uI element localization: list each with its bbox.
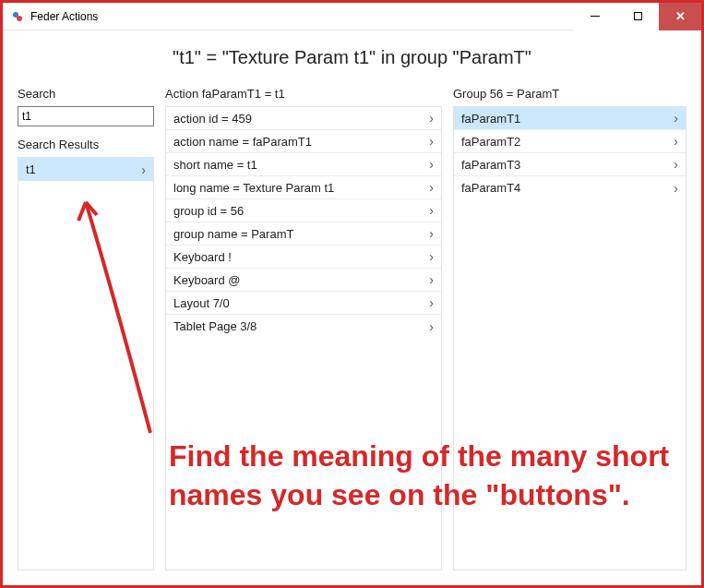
action-item[interactable]: group id = 56› bbox=[166, 199, 441, 222]
action-item-label: group id = 56 bbox=[173, 204, 424, 218]
action-item-label: Tablet Page 3/8 bbox=[173, 319, 424, 333]
group-list: faParamT1›faParamT2›faParamT3›faParamT4› bbox=[453, 106, 686, 570]
group-item-label: faParamT1 bbox=[461, 112, 668, 126]
action-item-label: Keyboard @ bbox=[173, 273, 424, 287]
search-input[interactable] bbox=[18, 106, 154, 126]
chevron-right-icon: › bbox=[424, 180, 434, 195]
action-item[interactable]: Keyboard !› bbox=[166, 246, 441, 269]
action-item-label: long name = Texture Param t1 bbox=[173, 181, 424, 195]
action-item[interactable]: Layout 7/0› bbox=[166, 292, 441, 315]
action-item-label: action name = faParamT1 bbox=[173, 135, 424, 149]
action-item[interactable]: short name = t1› bbox=[166, 153, 441, 176]
chevron-right-icon: › bbox=[668, 181, 678, 196]
chevron-right-icon: › bbox=[424, 157, 434, 172]
group-item-label: faParamT2 bbox=[461, 135, 668, 149]
chevron-right-icon: › bbox=[424, 111, 434, 126]
group-item[interactable]: faParamT2› bbox=[454, 130, 686, 153]
chevron-right-icon: › bbox=[424, 203, 434, 218]
maximize-button[interactable] bbox=[616, 3, 659, 30]
titlebar: Feder Actions ✕ bbox=[3, 3, 701, 30]
chevron-right-icon: › bbox=[668, 111, 678, 126]
search-results-list: t1› bbox=[18, 157, 154, 570]
page-heading: "t1" = "Texture Param t1" in group "Para… bbox=[3, 30, 701, 87]
chevron-right-icon: › bbox=[424, 249, 434, 264]
search-result-item[interactable]: t1› bbox=[18, 158, 153, 181]
action-item[interactable]: long name = Texture Param t1› bbox=[166, 176, 441, 199]
search-label: Search bbox=[18, 87, 154, 106]
search-results-label: Search Results bbox=[18, 138, 154, 157]
action-column: Action faParamT1 = t1 action id = 459›ac… bbox=[165, 87, 442, 570]
chevron-right-icon: › bbox=[424, 295, 434, 310]
action-item[interactable]: Keyboard @› bbox=[166, 269, 441, 292]
chevron-right-icon: › bbox=[424, 319, 434, 334]
action-item-label: group name = ParamT bbox=[173, 227, 424, 241]
chevron-right-icon: › bbox=[424, 272, 434, 287]
action-item-label: short name = t1 bbox=[173, 158, 424, 172]
action-list: action id = 459›action name = faParamT1›… bbox=[165, 106, 442, 570]
action-item[interactable]: action name = faParamT1› bbox=[166, 130, 441, 153]
action-item[interactable]: Tablet Page 3/8› bbox=[166, 315, 441, 338]
group-item[interactable]: faParamT1› bbox=[454, 107, 686, 130]
chevron-right-icon: › bbox=[424, 226, 434, 241]
action-item-label: Keyboard ! bbox=[173, 250, 424, 264]
action-item-label: Layout 7/0 bbox=[173, 296, 424, 310]
search-result-item-label: t1 bbox=[26, 162, 136, 176]
group-item-label: faParamT4 bbox=[461, 181, 668, 195]
search-column: Search Search Results t1› bbox=[18, 87, 154, 570]
window-title: Feder Actions bbox=[30, 10, 98, 23]
group-column: Group 56 = ParamT faParamT1›faParamT2›fa… bbox=[453, 87, 686, 570]
group-header: Group 56 = ParamT bbox=[453, 87, 686, 106]
group-item[interactable]: faParamT3› bbox=[454, 153, 686, 176]
chevron-right-icon: › bbox=[424, 134, 434, 149]
svg-point-1 bbox=[17, 16, 22, 21]
action-item[interactable]: group name = ParamT› bbox=[166, 222, 441, 246]
chevron-right-icon: › bbox=[668, 134, 678, 149]
action-item[interactable]: action id = 459› bbox=[166, 107, 441, 130]
group-item-label: faParamT3 bbox=[461, 158, 668, 172]
chevron-right-icon: › bbox=[668, 157, 678, 172]
action-item-label: action id = 459 bbox=[173, 112, 424, 126]
minimize-button[interactable] bbox=[574, 3, 616, 30]
app-icon bbox=[10, 9, 25, 24]
group-item[interactable]: faParamT4› bbox=[454, 176, 686, 199]
chevron-right-icon: › bbox=[136, 162, 146, 177]
close-button[interactable]: ✕ bbox=[659, 3, 701, 30]
action-header: Action faParamT1 = t1 bbox=[165, 87, 442, 106]
